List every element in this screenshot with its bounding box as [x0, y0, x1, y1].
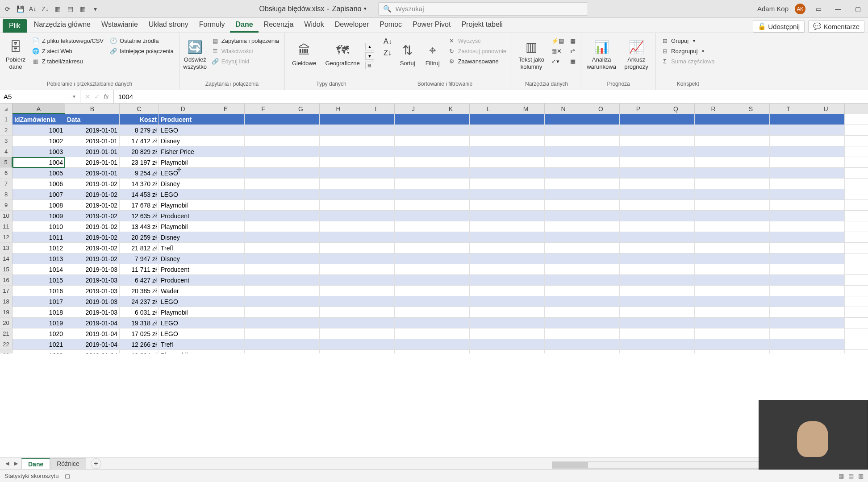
cell[interactable]: 2019-01-03	[65, 275, 120, 285]
col-header-R[interactable]: R	[695, 104, 732, 114]
cell[interactable]	[582, 307, 620, 317]
cell[interactable]	[807, 318, 845, 328]
row-header[interactable]: 22	[0, 339, 13, 349]
macro-record-icon[interactable]: ▢	[65, 473, 70, 479]
cell[interactable]	[320, 179, 357, 189]
cell[interactable]	[282, 318, 320, 328]
col-header-H[interactable]: H	[320, 104, 357, 114]
cell[interactable]: LEGO	[159, 328, 207, 339]
col-header-E[interactable]: E	[207, 104, 245, 114]
table-icon[interactable]: ▤	[66, 5, 74, 13]
row-header[interactable]: 9	[0, 200, 13, 210]
cell[interactable]	[657, 350, 695, 353]
cell[interactable]: Producent	[159, 264, 207, 274]
cell[interactable]	[357, 211, 395, 221]
cell[interactable]	[470, 339, 507, 349]
col-header-A[interactable]: A	[13, 104, 65, 114]
cell[interactable]	[282, 125, 320, 135]
saved-dropdown-icon[interactable]: ▾	[364, 6, 367, 12]
cell[interactable]	[245, 189, 282, 199]
cell[interactable]	[357, 243, 395, 253]
cell[interactable]: 1008	[13, 200, 65, 210]
cell[interactable]	[807, 211, 845, 221]
ungroup-button[interactable]: ⊟Rozgrupuj▾	[659, 47, 717, 55]
cell[interactable]	[582, 286, 620, 296]
cell[interactable]	[320, 286, 357, 296]
cell[interactable]: 1016	[13, 286, 65, 296]
row-header[interactable]: 7	[0, 179, 13, 189]
cell[interactable]	[620, 232, 657, 242]
cell[interactable]	[620, 243, 657, 253]
cell[interactable]	[807, 200, 845, 210]
cell[interactable]	[695, 200, 732, 210]
cell[interactable]: 19 304 zł	[120, 350, 159, 353]
cell[interactable]	[245, 179, 282, 189]
cell[interactable]: Playmobil	[159, 221, 207, 232]
cell[interactable]	[582, 275, 620, 285]
col-header-K[interactable]: K	[432, 104, 470, 114]
tab-recenzja[interactable]: Recenzja	[259, 18, 299, 33]
cell[interactable]	[432, 136, 470, 146]
cell[interactable]	[582, 221, 620, 232]
cell[interactable]	[245, 253, 282, 264]
cell[interactable]	[395, 296, 432, 307]
cell[interactable]	[807, 328, 845, 339]
cell[interactable]: 2019-01-02	[65, 189, 120, 199]
cell[interactable]	[582, 232, 620, 242]
cell[interactable]: Trefl	[159, 339, 207, 349]
cell[interactable]	[657, 168, 695, 178]
sort-za-button[interactable]: Z↓	[382, 48, 394, 58]
cell[interactable]: Fisher Price	[159, 146, 207, 157]
cell[interactable]	[620, 296, 657, 307]
cell[interactable]	[582, 328, 620, 339]
cell[interactable]	[207, 232, 245, 242]
cell[interactable]	[507, 253, 545, 264]
cell[interactable]	[807, 179, 845, 189]
cell[interactable]	[507, 286, 545, 296]
col-header-C[interactable]: C	[120, 104, 159, 114]
cell[interactable]	[545, 350, 582, 353]
cell[interactable]	[357, 296, 395, 307]
cell[interactable]	[207, 136, 245, 146]
cell[interactable]	[245, 264, 282, 274]
cell[interactable]	[695, 339, 732, 349]
cell[interactable]: 2019-01-02	[65, 179, 120, 189]
row-header[interactable]: 12	[0, 232, 13, 242]
cell[interactable]: Wader	[159, 286, 207, 296]
from-web-button[interactable]: 🌐Z sieci Web	[30, 47, 105, 55]
cell[interactable]	[732, 200, 770, 210]
row-header[interactable]: 17	[0, 286, 13, 296]
consolidate-button[interactable]: ▦	[568, 37, 577, 45]
cell[interactable]: 19 318 zł	[120, 318, 159, 328]
cell[interactable]	[245, 339, 282, 349]
cell[interactable]	[545, 307, 582, 317]
cell[interactable]	[245, 221, 282, 232]
cell[interactable]	[282, 157, 320, 167]
cell[interactable]	[807, 296, 845, 307]
cell[interactable]: 17 412 zł	[120, 136, 159, 146]
cell[interactable]	[395, 146, 432, 157]
cell[interactable]	[807, 275, 845, 285]
cell[interactable]	[320, 328, 357, 339]
cell[interactable]	[470, 221, 507, 232]
group-button[interactable]: ⊞Grupuj▾	[659, 37, 717, 45]
cell[interactable]	[320, 232, 357, 242]
cell[interactable]	[507, 136, 545, 146]
cell[interactable]	[770, 221, 807, 232]
cell[interactable]	[732, 339, 770, 349]
cell[interactable]	[432, 286, 470, 296]
cell[interactable]: Playmobil	[159, 350, 207, 353]
cell[interactable]	[770, 275, 807, 285]
data-model-button[interactable]: ▦	[568, 57, 577, 66]
cell[interactable]	[545, 318, 582, 328]
cell[interactable]	[657, 328, 695, 339]
cell[interactable]	[732, 318, 770, 328]
cell[interactable]	[282, 339, 320, 349]
cell[interactable]	[282, 146, 320, 157]
row-header[interactable]: 13	[0, 243, 13, 253]
row-header[interactable]: 21	[0, 328, 13, 339]
cell[interactable]	[770, 200, 807, 210]
cell[interactable]	[770, 350, 807, 353]
cell[interactable]: 12 635 zł	[120, 211, 159, 221]
cell[interactable]	[470, 307, 507, 317]
